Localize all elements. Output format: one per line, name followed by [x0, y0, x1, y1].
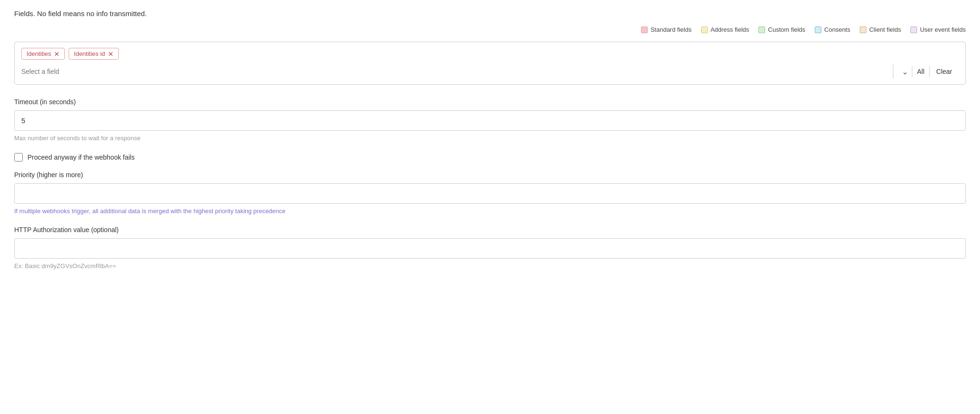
description-text: Fields. No field means no info transmitt…	[14, 9, 966, 18]
clear-button[interactable]: Clear	[929, 66, 959, 77]
consents-label: Consents	[824, 26, 850, 33]
http-auth-section: HTTP Authorization value (optional) Ex: …	[14, 226, 966, 270]
tag-identities-close[interactable]: ✕	[54, 51, 60, 57]
legend-row: Standard fields Address fields Custom fi…	[14, 26, 966, 33]
legend-item-custom: Custom fields	[758, 26, 805, 33]
legend-item-address: Address fields	[701, 26, 749, 33]
consents-swatch	[815, 27, 821, 33]
proceed-checkbox-row: Proceed anyway if the webhook fails	[14, 153, 966, 162]
client-swatch	[860, 27, 866, 33]
standard-label: Standard fields	[650, 26, 692, 33]
priority-helper: If multiple webhooks trigger, all additi…	[14, 207, 966, 215]
priority-label: Priority (higher is more)	[14, 171, 966, 179]
field-select-input[interactable]	[21, 65, 888, 78]
tag-identities-id-close[interactable]: ✕	[108, 51, 114, 57]
user-event-swatch	[910, 27, 917, 33]
custom-swatch	[758, 27, 765, 33]
timeout-helper: Max number of seconds to wait for a resp…	[14, 135, 966, 142]
tags-row: Identities ✕ Identities id ✕	[21, 48, 959, 60]
address-swatch	[701, 27, 708, 33]
timeout-label: Timeout (in seconds)	[14, 98, 966, 106]
priority-input[interactable]	[14, 183, 966, 204]
address-label: Address fields	[711, 26, 749, 33]
client-label: Client fields	[869, 26, 901, 33]
priority-section: Priority (higher is more) If multiple we…	[14, 171, 966, 215]
select-row: ⌄ All Clear	[21, 64, 959, 79]
legend-item-standard: Standard fields	[641, 26, 692, 33]
legend-item-client: Client fields	[860, 26, 901, 33]
timeout-input[interactable]	[14, 110, 966, 131]
field-dropdown-chevron[interactable]: ⌄	[898, 65, 912, 78]
proceed-label[interactable]: Proceed anyway if the webhook fails	[27, 153, 134, 161]
all-button[interactable]: All	[912, 66, 929, 77]
tag-identities-id-label: Identities id	[74, 50, 105, 57]
legend-item-consents: Consents	[815, 26, 850, 33]
standard-swatch	[641, 27, 648, 33]
tag-identities: Identities ✕	[21, 48, 65, 60]
field-selector-box: Identities ✕ Identities id ✕ ⌄ All Clear	[14, 42, 966, 85]
user-event-label: User event fields	[920, 26, 966, 33]
proceed-checkbox[interactable]	[14, 153, 23, 162]
tag-identities-id: Identities id ✕	[69, 48, 119, 60]
http-auth-label: HTTP Authorization value (optional)	[14, 226, 966, 234]
http-auth-helper: Ex: Basic dm9yZGVsOnZvcmRlbA==	[14, 262, 966, 270]
timeout-section: Timeout (in seconds) Max number of secon…	[14, 98, 966, 142]
tag-identities-label: Identities	[27, 50, 51, 57]
legend-item-user-event: User event fields	[910, 26, 966, 33]
http-auth-input[interactable]	[14, 238, 966, 259]
main-container: Fields. No field means no info transmitt…	[0, 0, 980, 414]
custom-label: Custom fields	[768, 26, 805, 33]
select-divider	[893, 64, 893, 79]
